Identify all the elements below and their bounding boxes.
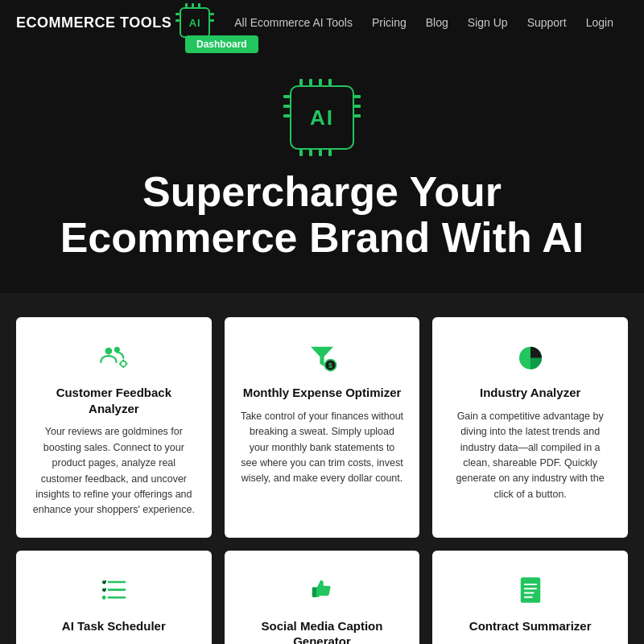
industry-icon bbox=[514, 340, 547, 374]
nav-all-tools[interactable]: All Ecommerce AI Tools bbox=[234, 16, 353, 29]
hero-ai-chip: AI bbox=[290, 85, 354, 150]
hero-section: AI Supercharge Your Ecommerce Brand With… bbox=[0, 45, 644, 293]
card-title: Contract Summarizer bbox=[448, 618, 612, 634]
hero-headline: Supercharge Your Ecommerce Brand With AI bbox=[32, 169, 612, 261]
nav-links: All Ecommerce AI Tools Pricing Blog Sign… bbox=[234, 15, 613, 30]
card-expense-optimizer: $ Monthly Expense Optimizer Take control… bbox=[225, 317, 420, 537]
card-industry-analyzer: Industry Analyzer Gain a competitive adv… bbox=[432, 317, 628, 537]
svg-point-2 bbox=[121, 361, 126, 367]
card-title: Monthly Expense Optimizer bbox=[241, 385, 404, 401]
scheduler-icon bbox=[97, 573, 130, 607]
feedback-icon bbox=[97, 340, 130, 374]
navbar: ECOMMERCE TOOLS AI All Ecom bbox=[0, 0, 644, 45]
card-caption-generator: Social Media Caption Generator Quickly c… bbox=[225, 551, 420, 644]
hero-chip-label: AI bbox=[310, 105, 334, 130]
nav-blog[interactable]: Blog bbox=[426, 16, 448, 29]
ai-chip-icon: AI bbox=[180, 7, 210, 38]
svg-point-0 bbox=[105, 348, 113, 355]
card-title: Social Media Caption Generator bbox=[241, 618, 404, 644]
card-description: Take control of your finances without br… bbox=[241, 409, 404, 487]
contract-icon bbox=[514, 573, 547, 607]
expense-icon: $ bbox=[305, 340, 339, 374]
card-title: AI Task Scheduler bbox=[32, 618, 196, 634]
nav-login[interactable]: Login bbox=[586, 16, 613, 29]
logo-text: ECOMMERCE TOOLS bbox=[16, 14, 171, 31]
nav-support[interactable]: Support bbox=[527, 16, 567, 29]
card-title: Industry Analyzer bbox=[448, 385, 612, 401]
dashboard-badge[interactable]: Dashboard bbox=[185, 35, 258, 53]
svg-rect-14 bbox=[102, 596, 105, 599]
nav-signup[interactable]: Sign Up bbox=[468, 16, 508, 29]
chip-ai-label: AI bbox=[189, 17, 201, 29]
card-description: Gain a competitive advantage by diving i… bbox=[448, 409, 612, 502]
site-logo: ECOMMERCE TOOLS AI bbox=[16, 7, 210, 38]
svg-text:$: $ bbox=[328, 361, 332, 369]
nav-pricing[interactable]: Pricing bbox=[372, 16, 407, 29]
svg-rect-17 bbox=[520, 577, 540, 603]
card-description: Your reviews are goldmines for boosting … bbox=[32, 424, 196, 518]
card-task-scheduler: AI Task Scheduler Schedule prompts to ru… bbox=[16, 551, 212, 644]
features-section: Customer Feedback Analyzer Your reviews … bbox=[0, 293, 644, 644]
card-title: Customer Feedback Analyzer bbox=[32, 385, 196, 416]
caption-icon bbox=[305, 573, 339, 607]
cards-grid: Customer Feedback Analyzer Your reviews … bbox=[16, 317, 628, 644]
card-customer-feedback: Customer Feedback Analyzer Your reviews … bbox=[16, 317, 212, 537]
card-contract-summarizer: Contract Summarizer Stop getting lost in… bbox=[432, 551, 628, 644]
svg-rect-16 bbox=[312, 587, 316, 597]
